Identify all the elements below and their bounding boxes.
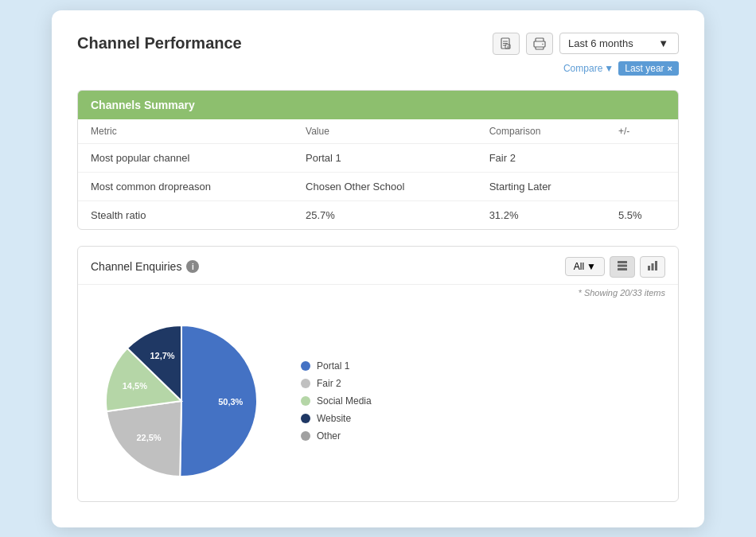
svg-rect-7 <box>534 41 545 47</box>
cell-value: Portal 1 <box>293 143 477 172</box>
legend-label: Social Media <box>317 395 372 407</box>
enquiries-title-area: Channel Enquiries i <box>91 260 199 273</box>
pie-label: 22,5% <box>136 433 161 442</box>
col-value: Value <box>293 119 477 144</box>
cell-change <box>606 143 678 172</box>
legend-label: Website <box>317 413 351 424</box>
svg-rect-14 <box>655 261 657 270</box>
cell-comparison: Starting Later <box>477 172 606 200</box>
compare-tag-close[interactable]: × <box>668 64 672 73</box>
cell-value: 25.7% <box>293 200 477 229</box>
date-range-label: Last 6 months <box>568 37 633 49</box>
all-filter-arrow: ▼ <box>586 261 596 272</box>
legend-dot <box>301 396 310 406</box>
chart-legend: Portal 1 Fair 2 Social Media Website Oth… <box>301 360 372 442</box>
channels-summary-section: Channels Summary Metric Value Comparison… <box>77 90 679 230</box>
table-row: Most common dropreason Chosen Other Scho… <box>78 172 678 200</box>
legend-label: Portal 1 <box>317 360 349 372</box>
svg-point-8 <box>542 43 544 45</box>
pie-label: 14,5% <box>123 380 147 390</box>
cell-comparison: Fair 2 <box>477 143 606 172</box>
chart-area: 50,3%22,5%14,5%12,7% Portal 1 Fair 2 Soc… <box>78 301 678 501</box>
cell-metric: Most popular channel <box>78 143 293 172</box>
table-row: Stealth ratio 25.7% 31.2% 5.5% <box>78 200 678 229</box>
legend-item: Fair 2 <box>301 378 372 389</box>
chart-view-button[interactable] <box>640 256 665 278</box>
table-row: Most popular channel Portal 1 Fair 2 <box>78 143 678 172</box>
enquiries-section: Channel Enquiries i All ▼ <box>77 246 679 502</box>
print-button[interactable] <box>526 33 553 55</box>
compare-link[interactable]: Compare ▼ <box>563 63 614 74</box>
legend-dot <box>301 431 310 441</box>
summary-table: Metric Value Comparison +/- Most popular… <box>78 119 678 229</box>
enquiries-header: Channel Enquiries i All ▼ <box>78 247 678 285</box>
compare-label: Compare <box>563 63 602 74</box>
pie-label: 12,7% <box>150 351 174 360</box>
legend-item: Website <box>301 413 372 424</box>
date-range-dropdown[interactable]: Last 6 months ▼ <box>559 33 679 54</box>
channels-summary-header: Channels Summary <box>78 91 678 119</box>
info-icon[interactable]: i <box>186 260 199 273</box>
svg-rect-12 <box>648 266 650 270</box>
enquiries-title-text: Channel Enquiries <box>91 260 181 273</box>
compare-row: Compare ▼ Last year × <box>77 61 679 76</box>
legend-item: Portal 1 <box>301 360 372 372</box>
all-filter-button[interactable]: All ▼ <box>565 257 605 276</box>
main-card: Channel Performance <box>52 10 704 527</box>
col-comparison: Comparison <box>477 119 606 144</box>
svg-rect-13 <box>652 263 654 270</box>
cell-metric: Stealth ratio <box>78 200 293 229</box>
cell-change <box>606 172 678 200</box>
enquiries-controls: All ▼ <box>565 256 665 278</box>
pie-label: 50,3% <box>218 396 243 406</box>
table-view-button[interactable] <box>610 256 635 278</box>
legend-dot <box>301 361 310 371</box>
compare-chevron-icon: ▼ <box>604 63 614 74</box>
legend-label: Fair 2 <box>317 378 341 389</box>
cell-comparison: 31.2% <box>477 200 606 229</box>
all-filter-label: All <box>574 261 584 272</box>
page-header: Channel Performance <box>77 33 679 55</box>
legend-item: Social Media <box>301 395 372 407</box>
col-metric: Metric <box>78 119 293 144</box>
legend-dot <box>301 379 310 388</box>
svg-rect-10 <box>618 264 627 267</box>
col-change: +/- <box>606 119 678 144</box>
legend-label: Other <box>317 430 341 442</box>
cell-change: 5.5% <box>606 200 678 229</box>
cell-metric: Most common dropreason <box>78 172 293 200</box>
svg-rect-11 <box>618 268 627 270</box>
cell-value: Chosen Other School <box>293 172 477 200</box>
header-controls: Last 6 months ▼ <box>493 33 679 55</box>
legend-dot <box>301 414 310 423</box>
compare-tag-label: Last year <box>625 63 664 74</box>
page-title: Channel Performance <box>77 34 242 53</box>
pie-chart: 50,3%22,5%14,5%12,7% <box>94 313 269 488</box>
showing-text: * Showing 20/33 items <box>78 285 678 301</box>
svg-rect-9 <box>618 261 627 263</box>
dropdown-arrow-icon: ▼ <box>658 37 668 49</box>
export-button[interactable] <box>493 33 520 55</box>
compare-tag: Last year × <box>618 61 679 76</box>
legend-item: Other <box>301 430 372 442</box>
